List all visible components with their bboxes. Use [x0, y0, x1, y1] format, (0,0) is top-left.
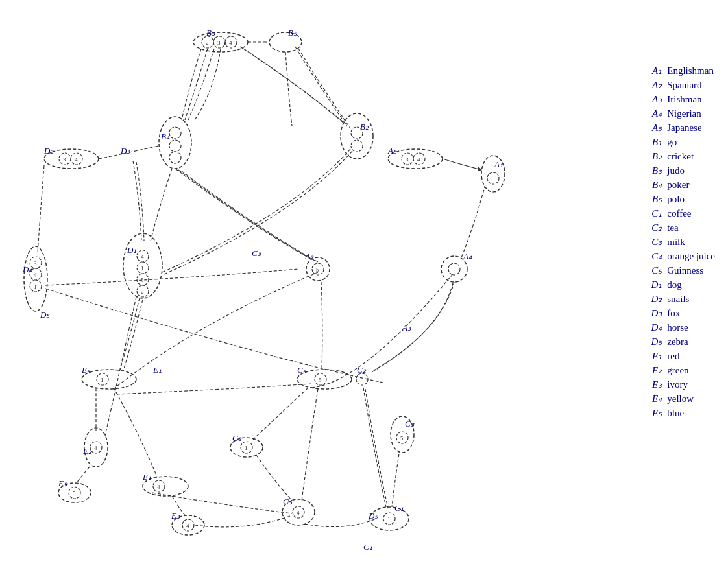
svg-text:E₁: E₁ — [142, 472, 151, 482]
svg-point-12 — [169, 127, 181, 139]
legend-item: D₄horse — [644, 322, 715, 333]
legend-item: B₂cricket — [644, 150, 715, 162]
svg-text:A₄: A₄ — [463, 252, 472, 261]
legend-key: C₄ — [644, 250, 662, 262]
legend-key: D₄ — [644, 322, 662, 333]
legend-value: Japanese — [667, 123, 701, 134]
svg-point-10 — [159, 117, 191, 169]
svg-text:3: 3 — [217, 40, 221, 46]
svg-text:A₁: A₁ — [494, 159, 503, 169]
svg-text:4: 4 — [94, 445, 97, 451]
svg-text:E₄: E₄ — [81, 365, 91, 375]
svg-text:5: 5 — [316, 266, 319, 273]
legend-item: D₅zebra — [644, 336, 715, 348]
svg-text:3: 3 — [406, 156, 409, 163]
legend-item: E₅blue — [644, 407, 715, 419]
svg-text:B₂: B₂ — [360, 122, 369, 132]
legend-value: tea — [667, 222, 678, 233]
legend-value: Nigerian — [667, 108, 701, 119]
svg-text:5: 5 — [319, 377, 322, 383]
legend-key: E₅ — [644, 407, 662, 419]
svg-text:A₅: A₅ — [387, 146, 397, 156]
legend-item: E₁red — [644, 350, 715, 362]
svg-text:4: 4 — [157, 484, 160, 490]
svg-text:5: 5 — [73, 490, 76, 497]
legend-value: yellow — [667, 394, 694, 405]
legend-item: A₂Spaniard — [644, 79, 715, 91]
svg-text:C₅: C₅ — [283, 497, 293, 506]
legend-item: A₃Irishman — [644, 93, 715, 105]
svg-text:B₅: B₅ — [288, 28, 297, 38]
svg-point-35 — [24, 246, 47, 311]
legend-key: C₂ — [644, 222, 662, 233]
legend-value: go — [667, 137, 677, 148]
svg-text:2: 2 — [206, 40, 209, 46]
svg-text:4: 4 — [417, 156, 420, 163]
legend-key: E₁ — [644, 350, 662, 362]
legend-value: milk — [667, 237, 685, 248]
legend: A₁EnglishmanA₂SpaniardA₃IrishmanA₄Nigeri… — [644, 65, 715, 419]
legend-value: poker — [667, 180, 689, 191]
svg-text:E₁: E₁ — [152, 365, 162, 375]
svg-text:E₂: E₂ — [82, 446, 92, 456]
legend-key: C₅ — [644, 265, 662, 276]
legend-key: E₄ — [644, 393, 662, 405]
legend-value: orange juice — [667, 251, 715, 262]
legend-value: Guinness — [667, 265, 703, 276]
legend-item: B₅polo — [644, 193, 715, 205]
svg-text:1: 1 — [245, 445, 248, 451]
svg-text:1: 1 — [101, 377, 104, 383]
legend-item: B₃judo — [644, 165, 715, 176]
legend-value: horse — [667, 322, 688, 333]
svg-text:3: 3 — [34, 260, 37, 266]
legend-value: snails — [667, 294, 689, 305]
svg-text:4: 4 — [141, 254, 144, 260]
legend-item: D₃fox — [644, 307, 715, 319]
legend-key: D₁ — [644, 279, 662, 290]
svg-point-61 — [448, 263, 460, 275]
legend-item: E₄yellow — [644, 393, 715, 405]
legend-item: D₁dog — [644, 279, 715, 290]
legend-item: C₃milk — [644, 236, 715, 248]
legend-item: E₃ivory — [644, 379, 715, 390]
legend-key: E₃ — [644, 379, 662, 390]
svg-text:4: 4 — [75, 156, 78, 163]
legend-key: D₂ — [644, 293, 662, 305]
svg-point-34 — [487, 172, 499, 184]
legend-value: polo — [667, 194, 685, 205]
svg-text:3: 3 — [63, 156, 66, 163]
legend-value: judo — [667, 165, 685, 176]
legend-key: A₃ — [644, 93, 662, 105]
legend-item: C₁coffee — [644, 207, 715, 219]
svg-text:1: 1 — [387, 516, 391, 523]
legend-value: Irishman — [667, 94, 701, 105]
legend-key: B₁ — [644, 136, 662, 148]
svg-text:C₃: C₃ — [232, 433, 242, 443]
svg-text:D₁: D₁ — [127, 245, 136, 255]
legend-item: A₄Nigerian — [644, 108, 715, 119]
legend-value: dog — [667, 279, 682, 290]
svg-text:E₃: E₃ — [171, 511, 180, 521]
legend-key: B₄ — [644, 179, 662, 191]
svg-text:E₅: E₅ — [58, 478, 67, 488]
legend-item: E₂green — [644, 364, 715, 376]
legend-key: B₅ — [644, 193, 662, 205]
diagram: .node-label { font-family: "Times New Ro… — [0, 0, 558, 566]
legend-item: B₄poker — [644, 179, 715, 191]
legend-value: green — [667, 365, 688, 376]
svg-text:C₃: C₃ — [405, 419, 415, 429]
legend-key: A₄ — [644, 108, 662, 119]
legend-value: zebra — [667, 336, 688, 348]
legend-item: B₁go — [644, 136, 715, 148]
svg-text:D₅: D₅ — [40, 310, 50, 320]
svg-text:5: 5 — [400, 435, 404, 442]
legend-item: A₅Japanese — [644, 122, 715, 134]
svg-point-17 — [351, 127, 363, 139]
legend-value: coffee — [667, 208, 691, 219]
legend-key: D₃ — [644, 307, 662, 319]
legend-key: B₂ — [644, 150, 662, 162]
legend-item: A₁Englishman — [644, 65, 715, 77]
svg-point-14 — [169, 152, 181, 163]
svg-text:4: 4 — [186, 523, 189, 529]
svg-text:C₃: C₃ — [252, 248, 261, 258]
